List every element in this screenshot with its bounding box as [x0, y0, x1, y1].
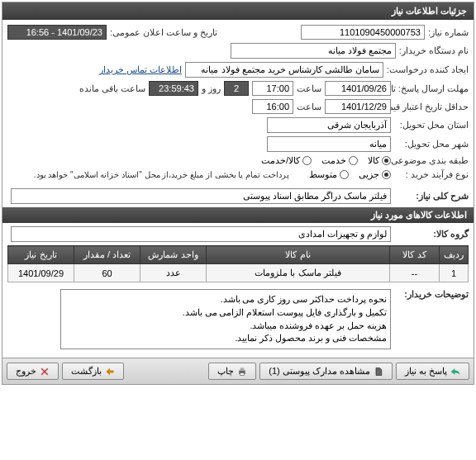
process-radio-group: جزیی متوسط — [309, 169, 391, 180]
note-line: هزینه حمل بر عهده فروشنده میباشد. — [64, 320, 387, 333]
hour-label-2: ساعت — [297, 102, 321, 112]
radio-both[interactable]: کالا/خدمت — [261, 155, 312, 166]
radio-medium[interactable]: متوسط — [309, 169, 349, 180]
col-code: کد کالا — [390, 246, 440, 264]
back-icon — [105, 367, 115, 377]
row-province: استان محل تحویل: آذربایجان شرقی — [7, 117, 469, 133]
province-field: آذربایجان شرقی — [267, 117, 391, 133]
creator-label: ایجاد کننده درخواست: — [387, 64, 469, 75]
back-label: بازگشت — [71, 366, 102, 377]
col-unit: واحد شمارش — [140, 246, 207, 264]
radio-goods[interactable]: کالا — [368, 155, 391, 166]
svg-rect-2 — [240, 372, 245, 375]
row-process: نوع فرآیند خرید : جزیی متوسط پرداخت تمام… — [7, 169, 469, 180]
radio-service-label: خدمت — [321, 155, 346, 166]
row-creator: ایجاد کننده درخواست: سامان طالشی کارشناس… — [7, 62, 469, 78]
request-number-label: شماره نیاز: — [428, 27, 469, 38]
creator-field: سامان طالشی کارشناس خرید مجتمع فولاد میا… — [185, 62, 383, 78]
buyer-label: نام دستگاه خریدار: — [399, 45, 469, 56]
cell-row: 1 — [440, 264, 469, 282]
radio-minor-label: جزیی — [359, 169, 379, 180]
row-deadline: مهلت ارسال پاسخ: تا تاریخ: 1401/09/26 سا… — [7, 81, 469, 96]
panel-body: شماره نیاز: 1101090450000753 تاریخ و ساع… — [2, 20, 474, 358]
remaining-suffix: ساعت باقی مانده — [79, 83, 145, 94]
province-label: استان محل تحویل: — [394, 120, 469, 130]
radio-both-label: کالا/خدمت — [261, 155, 300, 166]
respond-label: پاسخ به نیاز — [405, 366, 447, 377]
cell-unit: عدد — [140, 264, 207, 282]
validity-date: 1401/12/29 — [325, 99, 391, 114]
attachment-icon — [374, 367, 383, 377]
respond-button[interactable]: پاسخ به نیاز — [396, 363, 469, 380]
group-label: گروه کالا: — [394, 229, 469, 239]
announce-label: تاریخ و ساعت اعلان عمومی: — [110, 27, 217, 38]
col-name: نام کالا — [207, 246, 390, 264]
col-date: تاریخ نیاز — [8, 246, 74, 264]
buyer-field: مجتمع فولاد میانه — [231, 43, 396, 59]
cell-date: 1401/09/29 — [8, 264, 74, 282]
row-description: شرح کلی نیاز: فیلتر ماسک دراگر مطابق اسن… — [7, 188, 469, 204]
panel-title: جزئیات اطلاعات نیاز — [2, 2, 474, 20]
contact-link[interactable]: اطلاعات تماس خریدار — [99, 64, 182, 75]
radio-dot-icon — [302, 156, 312, 165]
print-button[interactable]: چاپ — [208, 363, 256, 380]
cell-code: -- — [390, 264, 440, 282]
radio-dot-icon — [349, 156, 358, 165]
desc-label: شرح کلی نیاز: — [394, 191, 469, 202]
print-label: چاپ — [217, 366, 234, 377]
deadline-time: 17:00 — [252, 81, 293, 96]
row-category: طبقه بندی موضوعی: کالا خدمت کالا/خدمت — [7, 155, 469, 166]
radio-dot-icon — [382, 170, 391, 179]
city-label: شهر محل تحویل: — [394, 139, 469, 149]
row-city: شهر محل تحویل: میانه — [7, 136, 469, 152]
main-panel: جزئیات اطلاعات نیاز شماره نیاز: 11010904… — [2, 2, 474, 385]
row-buyer: نام دستگاه خریدار: مجتمع فولاد میانه — [7, 43, 469, 59]
buyer-notes-label: توضیحات خریدار: — [394, 289, 469, 300]
button-bar: پاسخ به نیاز مشاهده مدارک پیوستی (1) چاپ… — [2, 358, 474, 384]
col-qty: تعداد / مقدار — [74, 246, 140, 264]
exit-icon — [40, 367, 50, 377]
exit-label: خروج — [16, 366, 36, 377]
day-and-label: روز و — [202, 83, 221, 94]
exit-button[interactable]: خروج — [7, 363, 59, 380]
remaining-time: 23:59:43 — [149, 81, 198, 96]
radio-dot-icon — [382, 156, 391, 165]
category-label: طبقه بندی موضوعی: — [394, 155, 469, 166]
table-header-row: ردیف کد کالا نام کالا واحد شمارش تعداد /… — [8, 246, 469, 264]
process-label: نوع فرآیند خرید : — [394, 169, 469, 180]
validity-time: 16:00 — [252, 99, 293, 114]
goods-header: اطلاعات کالاهای مورد نیاز — [2, 207, 474, 223]
row-buyer-notes: توضیحات خریدار: نحوه پرداخت حداکثر سی رو… — [7, 289, 469, 349]
back-button[interactable]: بازگشت — [62, 363, 124, 380]
attachments-button[interactable]: مشاهده مدارک پیوستی (1) — [259, 363, 393, 380]
request-number-field: 1101090450000753 — [301, 25, 425, 40]
attachments-label: مشاهده مدارک پیوستی (1) — [269, 366, 370, 377]
group-field: لوازم و تجهیزات امدادی — [11, 226, 391, 242]
payment-note: پرداخت تمام یا بخشی از مبلغ خرید،از محل … — [34, 170, 289, 179]
cell-name: فیلتر ماسک با ملزومات — [207, 264, 390, 282]
svg-rect-1 — [240, 368, 245, 370]
desc-field: فیلتر ماسک دراگر مطابق اسناد پیوستی — [11, 188, 391, 204]
note-line: مشخصات فنی و برند محصول ذکر نمایید. — [64, 332, 387, 345]
reply-icon — [450, 367, 460, 377]
cell-qty: 60 — [74, 264, 140, 282]
hour-label-1: ساعت — [297, 83, 321, 94]
radio-goods-label: کالا — [368, 155, 379, 166]
col-row: ردیف — [440, 246, 469, 264]
radio-service[interactable]: خدمت — [321, 155, 358, 166]
row-request-announce: شماره نیاز: 1101090450000753 تاریخ و ساع… — [7, 25, 469, 40]
note-line: نحوه پرداخت حداکثر سی روز کاری می باشد. — [64, 293, 387, 306]
radio-medium-label: متوسط — [309, 169, 337, 180]
announce-field: 1401/09/23 - 16:56 — [7, 25, 107, 40]
table-row[interactable]: 1 -- فیلتر ماسک با ملزومات عدد 60 1401/0… — [8, 264, 469, 282]
note-line: تکمیل و بارگذاری فایل پیوست استعلام الزا… — [64, 306, 387, 320]
remaining-days: 2 — [224, 81, 249, 96]
row-validity: حداقل تاریخ اعتبار قیمت: تا تاریخ: 1401/… — [7, 99, 469, 114]
row-goods-group: گروه کالا: لوازم و تجهیزات امدادی — [7, 226, 469, 242]
radio-minor[interactable]: جزیی — [359, 169, 391, 180]
city-field: میانه — [267, 136, 391, 152]
deadline-date: 1401/09/26 — [325, 81, 391, 96]
deadline-label: مهلت ارسال پاسخ: تا تاریخ: — [394, 83, 469, 94]
radio-dot-icon — [340, 170, 349, 179]
print-icon — [237, 367, 247, 377]
